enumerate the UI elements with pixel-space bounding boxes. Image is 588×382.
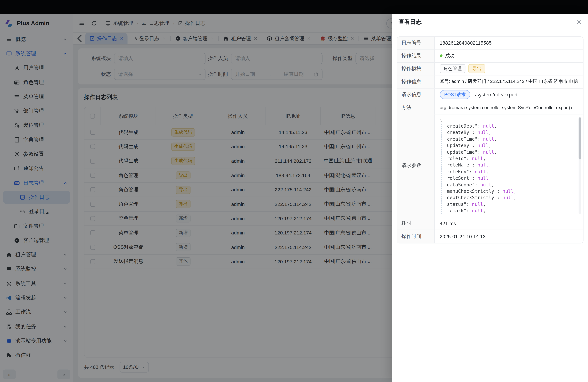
json-line: "remark": null, [440,208,576,214]
json-null-value: null [475,169,486,174]
operator-info-value: 账号: admin / 研发部门 / 222.175.114.242 / 中国|… [435,75,583,88]
request-params-code[interactable]: {"createDept": null,"createBy": null,"cr… [435,114,583,217]
result-value: 成功 [445,52,455,59]
json-line: "roleId": null, [440,156,576,162]
detail-row-log-id: 日志编号 1882612840802115585 [397,37,583,49]
post-method-tag: POST请求 [440,90,470,99]
detail-row-duration: 耗时 421 ms [397,217,583,230]
json-null-value: null [478,163,489,168]
code-scrollbar[interactable] [579,117,581,213]
json-null-value: null [478,143,489,148]
screen: Plus Admin 概览系统管理用户管理角色管理菜单管理部门管理岗位管理字典管… [0,0,588,382]
json-null-value: null [472,202,483,207]
json-null-value: null [478,176,489,181]
action-tag: 导出 [468,64,485,73]
json-null-value: null [472,156,483,161]
json-null-value: null [503,189,514,194]
drawer-body: 日志编号 1882612840802115585 操作结果 成功 操作模块 角色… [392,30,588,382]
json-open-brace: { [440,116,576,123]
drawer-header: 查看日志 [392,14,588,30]
json-line: "roleSort": null, [440,175,576,182]
json-line: "updateTime": null, [440,149,576,156]
detail-row-module: 操作模块 角色管理 导出 [397,63,583,75]
log-detail-table: 日志编号 1882612840802115585 操作结果 成功 操作模块 角色… [397,36,584,243]
json-null-value: null [483,136,494,142]
json-line: "dataScope": null, [440,182,576,188]
detail-row-result: 操作结果 成功 [397,49,583,63]
success-dot-icon [440,54,442,57]
close-icon[interactable] [576,19,582,24]
detail-row-request: 请求信息 POST请求 /system/role/export [397,88,583,101]
json-line: "deptCheckStrictly": null, [440,195,576,201]
method-value: org.dromara.system.controller.system.Sys… [435,101,583,114]
json-line: "status": null, [440,201,576,208]
json-null-value: null [483,149,494,155]
operation-time-value: 2025-01-24 10:14:13 [435,230,583,243]
json-line: "createBy": null, [440,129,576,136]
indent-guide [441,124,441,214]
json-line: "menuCheckStrictly": null, [440,188,576,195]
json-null-value: null [472,208,483,213]
view-log-drawer: 查看日志 日志编号 1882612840802115585 操作结果 成功 [392,14,588,382]
request-path: /system/role/export [475,92,518,97]
json-line: "roleName": null, [440,162,576,169]
json-line: "createTime": null, [440,136,576,143]
duration-value: 421 ms [435,217,583,230]
json-line: "updateBy": null, [440,143,576,149]
json-null-value: null [478,130,489,135]
drawer-title: 查看日志 [398,18,421,26]
json-null-value: null [503,195,514,200]
detail-row-time: 操作时间 2025-01-24 10:14:13 [397,230,583,243]
module-tag: 角色管理 [440,64,465,73]
log-id-value: 1882612840802115585 [435,37,583,49]
json-null-value: null [483,123,494,128]
json-line: "createDept": null, [440,123,576,129]
detail-row-method: 方法 org.dromara.system.controller.system.… [397,101,583,114]
detail-row-operator-info: 操作信息 账号: admin / 研发部门 / 222.175.114.242 … [397,75,583,88]
json-null-value: null [480,182,491,187]
json-line: "roleKey": null, [440,169,576,175]
detail-row-params: 请求参数 {"createDept": null,"createBy": nul… [397,114,583,217]
